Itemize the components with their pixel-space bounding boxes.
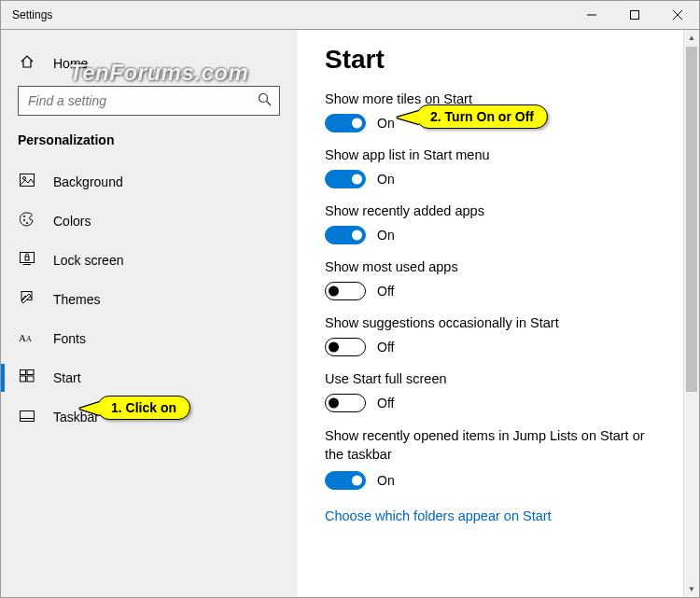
toggle-state: Off [377, 284, 394, 299]
toggle-jump-lists[interactable] [325, 471, 366, 490]
toggle-state: On [377, 172, 395, 187]
svg-rect-18 [27, 370, 34, 375]
sidebar-item-label: Themes [36, 292, 101, 307]
svg-text:A: A [26, 335, 32, 343]
svg-point-4 [259, 93, 268, 102]
annotation-turn-on-off: 2. Turn On or Off [416, 104, 548, 129]
sidebar-item-lock-screen[interactable]: Lock screen [1, 241, 297, 280]
home-icon [18, 54, 36, 73]
setting-full-screen: Use Start full screen Off [325, 371, 679, 412]
close-button[interactable] [656, 1, 699, 30]
setting-label: Show recently added apps [325, 203, 679, 218]
toggle-state: On [377, 228, 395, 243]
toggle-suggestions[interactable] [325, 338, 366, 356]
sidebar-item-start[interactable]: Start [1, 358, 297, 397]
svg-point-10 [26, 222, 28, 224]
search-input[interactable] [26, 92, 258, 109]
scroll-thumb[interactable] [686, 47, 697, 392]
toggle-state: Off [377, 340, 394, 355]
svg-rect-20 [27, 376, 34, 382]
toggle-full-screen[interactable] [325, 394, 366, 412]
palette-icon [18, 212, 36, 230]
search-box[interactable] [18, 86, 280, 116]
setting-show-app-list: Show app list in Start menu On [325, 147, 679, 188]
toggle-most-used[interactable] [325, 282, 366, 300]
annotation-click-on: 1. Click on [97, 396, 190, 420]
sidebar-item-label: Fonts [36, 331, 86, 346]
search-icon [258, 92, 272, 110]
svg-point-8 [23, 216, 25, 217]
nav-home[interactable]: Home [1, 45, 297, 82]
toggle-state: On [377, 473, 395, 488]
setting-label: Show most used apps [325, 259, 679, 274]
svg-rect-21 [21, 411, 35, 422]
toggle-recently-added[interactable] [325, 226, 366, 244]
setting-jump-lists: Show recently opened items in Jump Lists… [325, 427, 679, 490]
sidebar-item-label: Colors [36, 214, 91, 229]
sidebar-item-label: Lock screen [36, 253, 123, 268]
scroll-up-icon[interactable]: ▲ [684, 30, 699, 46]
sidebar-item-background[interactable]: Background [1, 162, 297, 202]
svg-point-7 [23, 177, 26, 180]
titlebar: Settings [0, 0, 700, 30]
setting-label: Show recently opened items in Jump Lists… [325, 427, 661, 464]
choose-folders-link[interactable]: Choose which folders appear on Start [325, 508, 552, 523]
setting-label: Use Start full screen [325, 371, 679, 386]
fonts-icon: AA [18, 330, 36, 347]
svg-rect-13 [25, 257, 29, 260]
setting-label: Show suggestions occasionally in Start [325, 315, 679, 330]
page-heading: Start [325, 45, 679, 75]
lock-screen-icon [18, 252, 36, 269]
svg-rect-1 [631, 11, 639, 20]
sidebar-category: Personalization [1, 129, 297, 157]
setting-suggestions: Show suggestions occasionally in Start O… [325, 315, 679, 356]
minimize-button[interactable] [570, 1, 613, 30]
sidebar: Home Personalization Background Colors [1, 30, 297, 597]
nav-home-label: Home [36, 56, 88, 71]
svg-text:A: A [19, 332, 26, 343]
svg-point-9 [23, 219, 25, 221]
sidebar-item-label: Start [36, 370, 81, 385]
scroll-down-icon[interactable]: ▼ [684, 581, 699, 597]
sidebar-item-themes[interactable]: Themes [1, 280, 297, 319]
themes-icon [18, 291, 36, 308]
window-title: Settings [1, 8, 52, 21]
svg-rect-17 [21, 370, 26, 375]
taskbar-icon [18, 409, 36, 425]
sidebar-item-fonts[interactable]: AA Fonts [1, 319, 297, 358]
setting-label: Show app list in Start menu [325, 147, 679, 162]
picture-icon [18, 174, 36, 190]
sidebar-item-label: Background [36, 174, 123, 189]
svg-line-5 [267, 101, 272, 105]
start-icon [18, 369, 36, 386]
setting-most-used: Show most used apps Off [325, 259, 679, 300]
toggle-show-app-list[interactable] [325, 170, 366, 188]
toggle-state: Off [377, 396, 394, 410]
sidebar-item-colors[interactable]: Colors [1, 202, 297, 241]
toggle-show-more-tiles[interactable] [325, 114, 366, 132]
toggle-state: On [377, 116, 395, 131]
maximize-button[interactable] [613, 1, 656, 30]
scrollbar[interactable]: ▲ ▼ [683, 30, 699, 597]
setting-recently-added: Show recently added apps On [325, 203, 679, 244]
svg-rect-19 [21, 376, 26, 382]
